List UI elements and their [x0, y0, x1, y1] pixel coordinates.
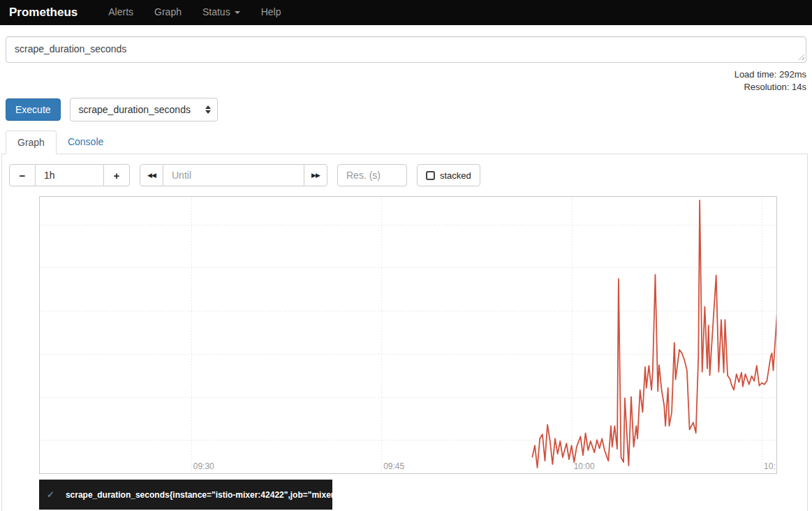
range-input[interactable]: [36, 164, 104, 186]
legend-row[interactable]: ✓ scrape_duration_seconds{instance="isti…: [39, 480, 332, 510]
tab-bar: Graph Console: [1, 131, 808, 154]
resolution-input[interactable]: [337, 164, 407, 186]
series-label: scrape_duration_seconds{instance="istio-…: [66, 490, 341, 500]
resolution: Resolution: 14s: [6, 81, 806, 94]
nav-item-status[interactable]: Status: [192, 0, 251, 25]
check-icon[interactable]: ✓: [47, 489, 54, 500]
range-grow-button[interactable]: +: [103, 164, 130, 186]
line-chart-svg: [40, 197, 776, 473]
expression-input[interactable]: scrape_duration_seconds: [6, 36, 806, 63]
rewind-button[interactable]: ◀◀: [140, 164, 163, 186]
nav-label: Alerts: [108, 6, 133, 17]
tab-graph[interactable]: Graph: [6, 131, 57, 154]
stacked-toggle-button[interactable]: stacked: [417, 164, 480, 186]
nav-label: Status: [202, 6, 230, 17]
checkbox-icon: [426, 171, 435, 180]
x-axis-tick-label: 10:00: [574, 461, 595, 471]
stacked-label: stacked: [440, 170, 471, 181]
nav-label: Help: [261, 6, 281, 17]
expression-wrap: scrape_duration_seconds: [6, 36, 806, 63]
execute-button[interactable]: Execute: [6, 98, 61, 121]
tab-console[interactable]: Console: [57, 131, 115, 154]
plot-canvas[interactable]: 0.010.010.010.000.000.0009:3009:4510:001…: [39, 196, 777, 474]
graph-panel: Graph Console − + ◀◀ ▶▶ stacked: [1, 131, 808, 511]
nav-item-alerts[interactable]: Alerts: [98, 0, 144, 25]
brand-prometheus[interactable]: Prometheus: [0, 0, 87, 25]
eval-stats: Load time: 292ms Resolution: 14s: [6, 68, 806, 93]
load-time: Load time: 292ms: [6, 68, 806, 81]
series-line: [532, 200, 776, 468]
metric-select-value: scrape_duration_seconds: [79, 104, 191, 115]
chart-area: 0.010.010.010.000.000.0009:3009:4510:001…: [39, 196, 776, 474]
range-input-group: − +: [9, 164, 130, 186]
forward-button[interactable]: ▶▶: [304, 164, 327, 186]
caret-down-icon: [235, 11, 240, 14]
nav-item-graph[interactable]: Graph: [144, 0, 192, 25]
select-arrows-icon: [205, 105, 211, 114]
execute-row: Execute scrape_duration_seconds: [6, 98, 806, 121]
nav-label: Graph: [154, 6, 182, 17]
top-navbar: Prometheus Alerts Graph Status Help: [0, 0, 812, 25]
nav-item-help[interactable]: Help: [251, 0, 292, 25]
time-input-group: ◀◀ ▶▶: [140, 164, 327, 186]
x-axis-tick-label: 09:30: [193, 461, 214, 471]
x-axis-tick-label: 09:45: [383, 461, 404, 471]
range-shrink-button[interactable]: −: [9, 164, 36, 186]
graph-controls: − + ◀◀ ▶▶ stacked: [9, 164, 800, 186]
x-axis-tick-label: 10:15: [764, 461, 777, 471]
metric-select[interactable]: scrape_duration_seconds: [70, 98, 218, 121]
until-input[interactable]: [163, 164, 304, 186]
graph-panel-body: − + ◀◀ ▶▶ stacked 0.010.010.010.000.000.…: [1, 154, 808, 511]
